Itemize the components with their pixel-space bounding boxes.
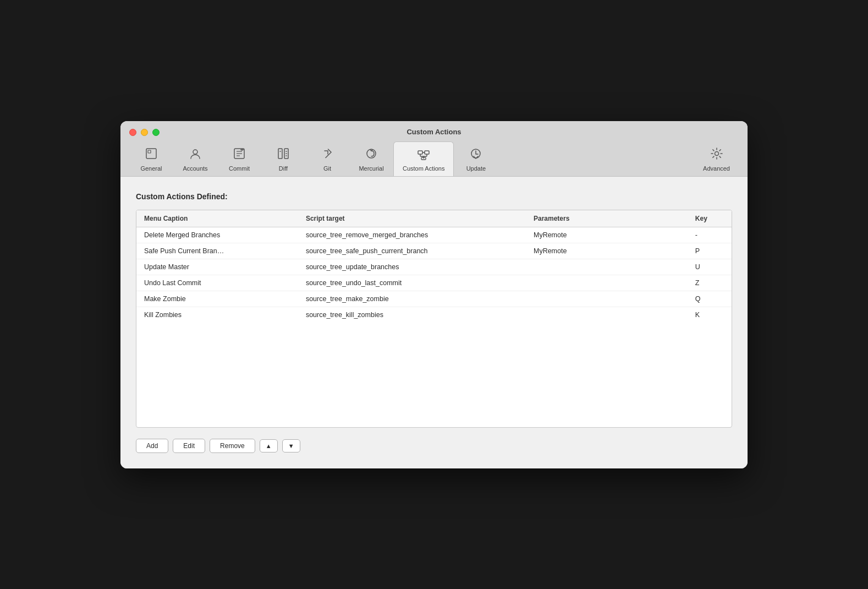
cell-script: source_tree_kill_zombies — [298, 307, 526, 323]
table-row[interactable]: Update Master source_tree_update_branche… — [136, 259, 732, 275]
tab-mercurial[interactable]: Mercurial — [349, 142, 393, 176]
main-window: Custom Actions General — [120, 121, 748, 468]
move-down-button[interactable]: ▼ — [282, 439, 300, 452]
tab-commit-label: Commit — [229, 165, 250, 172]
col-header-caption: Menu Caption — [136, 210, 298, 227]
cell-key: U — [688, 259, 732, 275]
cell-caption: Undo Last Commit — [136, 275, 298, 291]
table-row[interactable]: Undo Last Commit source_tree_undo_last_c… — [136, 275, 732, 291]
cell-caption: Kill Zombies — [136, 307, 298, 323]
window-title: Custom Actions — [406, 128, 461, 136]
cell-params — [526, 275, 688, 291]
tab-accounts[interactable]: Accounts — [173, 142, 217, 176]
add-button[interactable]: Add — [136, 439, 168, 453]
cell-script: source_tree_undo_last_commit — [298, 275, 526, 291]
svg-point-25 — [715, 151, 718, 155]
bottom-buttons: Add Edit Remove ▲ ▼ — [136, 439, 732, 453]
tab-advanced[interactable]: Advanced — [694, 142, 739, 176]
cell-script: source_tree_remove_merged_branches — [298, 227, 526, 243]
update-icon — [469, 146, 483, 163]
tab-accounts-label: Accounts — [183, 165, 207, 172]
svg-rect-1 — [148, 150, 151, 153]
cell-key: K — [688, 307, 732, 323]
traffic-lights — [129, 129, 160, 136]
titlebar: Custom Actions General — [120, 121, 748, 177]
table-empty-area — [136, 323, 732, 427]
advanced-icon — [710, 146, 724, 163]
cell-params: MyRemote — [526, 227, 688, 243]
cell-params — [526, 259, 688, 275]
table-row[interactable]: Make Zombie source_tree_make_zombie Q — [136, 291, 732, 307]
col-header-params: Parameters — [526, 210, 688, 227]
diff-icon — [276, 146, 290, 163]
svg-rect-17 — [425, 151, 429, 154]
cell-caption: Delete Merged Branches — [136, 227, 298, 243]
tab-general[interactable]: General — [129, 142, 173, 176]
custom-actions-icon — [416, 146, 431, 163]
cell-caption: Safe Push Current Bran… — [136, 243, 298, 259]
cell-key: Q — [688, 291, 732, 307]
col-header-script: Script target — [298, 210, 526, 227]
tab-custom-actions[interactable]: Custom Actions — [393, 141, 454, 176]
svg-point-2 — [193, 150, 197, 154]
general-icon — [144, 146, 158, 163]
content-area: Custom Actions Defined: Menu Caption Scr… — [120, 177, 748, 468]
git-icon — [320, 146, 334, 163]
tab-diff[interactable]: Diff — [261, 142, 305, 176]
tab-advanced-label: Advanced — [703, 165, 730, 172]
tab-custom-actions-label: Custom Actions — [403, 165, 444, 172]
remove-button[interactable]: Remove — [210, 439, 255, 453]
mercurial-icon — [364, 146, 378, 163]
close-button[interactable] — [129, 129, 136, 136]
zoom-button[interactable] — [152, 129, 160, 136]
tab-general-label: General — [140, 165, 162, 172]
actions-table: Menu Caption Script target Parameters Ke… — [136, 210, 732, 323]
tab-git-label: Git — [323, 165, 331, 172]
toolbar: General Accounts — [129, 141, 739, 176]
cell-script: source_tree_update_branches — [298, 259, 526, 275]
tab-diff-label: Diff — [279, 165, 288, 172]
minimize-button[interactable] — [141, 129, 148, 136]
col-header-key: Key — [688, 210, 732, 227]
cell-key: P — [688, 243, 732, 259]
actions-table-container: Menu Caption Script target Parameters Ke… — [136, 210, 732, 428]
table-row[interactable]: Delete Merged Branches source_tree_remov… — [136, 227, 732, 243]
table-row[interactable]: Kill Zombies source_tree_kill_zombies K — [136, 307, 732, 323]
table-header-row: Menu Caption Script target Parameters Ke… — [136, 210, 732, 227]
cell-caption: Update Master — [136, 259, 298, 275]
cell-caption: Make Zombie — [136, 291, 298, 307]
cell-key: - — [688, 227, 732, 243]
cell-params: MyRemote — [526, 243, 688, 259]
cell-script: source_tree_make_zombie — [298, 291, 526, 307]
move-up-button[interactable]: ▲ — [260, 439, 278, 452]
cell-params — [526, 291, 688, 307]
cell-key: Z — [688, 275, 732, 291]
svg-rect-16 — [418, 151, 422, 154]
cell-params — [526, 307, 688, 323]
tab-git[interactable]: Git — [305, 142, 349, 176]
section-title: Custom Actions Defined: — [136, 192, 732, 201]
table-row[interactable]: Safe Push Current Bran… source_tree_safe… — [136, 243, 732, 259]
commit-icon — [232, 146, 246, 163]
edit-button[interactable]: Edit — [173, 439, 205, 453]
accounts-icon — [188, 146, 202, 163]
tab-commit[interactable]: Commit — [217, 142, 261, 176]
tab-update[interactable]: Update — [454, 142, 498, 176]
svg-rect-9 — [278, 149, 282, 159]
tab-mercurial-label: Mercurial — [359, 165, 383, 172]
tab-update-label: Update — [466, 165, 486, 172]
cell-script: source_tree_safe_push_current_branch — [298, 243, 526, 259]
